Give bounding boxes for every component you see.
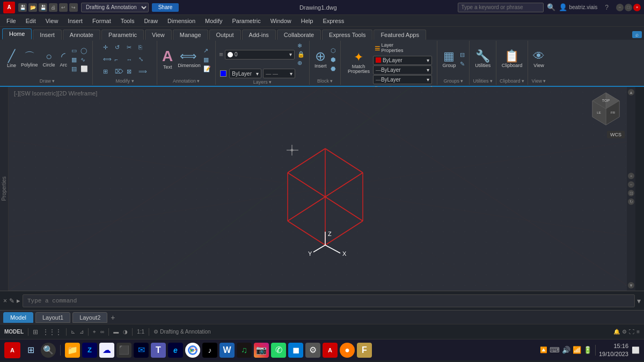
menu-parametric[interactable]: Parametric [228,17,265,25]
model-status[interactable]: MODEL [4,329,24,335]
expand-tray-btn[interactable]: 🔼 [540,346,547,353]
view-group-label[interactable]: View [531,77,546,84]
more-layers-btn[interactable]: ⊕ [296,59,306,67]
pan-extents-btn[interactable]: ⊡ [628,190,634,196]
layer-selector[interactable]: 0 ▾ [225,50,295,60]
taskbar-nextcloud[interactable]: ☁ [99,343,114,358]
cmd-arrow-icon[interactable]: ▸ [17,297,20,305]
tab-annotate[interactable]: Annotate [63,29,100,40]
tab-featured-apps[interactable]: Featured Apps [374,29,426,40]
layers-group-label[interactable]: Layers [219,78,306,85]
rectangle-btn[interactable]: ▭ [70,47,78,55]
write-block-btn[interactable]: ⬢ [330,56,337,64]
layer-panel-icon[interactable]: ≡ [219,50,223,58]
scale-btn[interactable]: ⤡ [137,55,148,63]
groups-group-label[interactable]: Groups [441,77,466,84]
tab-parametric[interactable]: Parametric [101,29,144,40]
menu-dimension[interactable]: Dimension [163,17,200,25]
search-icon[interactable]: 🔍 [547,3,555,11]
save-icon[interactable]: 💾 [39,3,47,12]
bylayer-1-selector[interactable]: ByLayer ▾ [373,56,432,65]
menu-insert[interactable]: Insert [63,17,87,25]
tab-home[interactable]: Home [2,28,32,40]
taskbar-instagram[interactable]: 📷 [254,343,269,358]
taskbar-chrome[interactable] [185,343,200,358]
taskbar-whatsapp[interactable]: ✆ [271,343,286,358]
tab-layout2[interactable]: Layout2 [72,312,107,323]
ellipse-btn[interactable]: ◯ [79,47,89,55]
tab-output[interactable]: Output [209,29,241,40]
help-icon[interactable]: ? [605,4,609,11]
taskbar-filezilla[interactable]: F [357,343,372,358]
transparency-toggle[interactable]: ◑ [123,329,128,335]
tab-manage[interactable]: Manage [173,29,208,40]
tool-text[interactable]: A Text [160,48,174,71]
plot-icon[interactable]: 🖨 [49,3,57,12]
define-attrib-btn[interactable]: ⬣ [330,65,337,73]
taskbar-word[interactable]: W [219,343,235,358]
taskbar-edge[interactable]: e [168,343,183,358]
polar-toggle[interactable]: ⊿ [79,329,84,335]
notification-icon[interactable]: 🔔 [613,329,620,335]
zoom-scale[interactable]: 1:1 [137,329,144,335]
tool-clipboard[interactable]: 📋 Clipboard [500,49,524,70]
rotate-btn[interactable]: ↺ [114,43,125,51]
cmd-settings-icon[interactable]: ✎ [9,297,14,305]
spline-btn[interactable]: ∿ [79,56,89,64]
group-edit-btn[interactable]: ✎ [459,60,466,68]
share-button[interactable]: Share [152,3,179,12]
otrack-toggle[interactable]: ∞ [100,329,104,335]
workspace-select[interactable]: Drafting & Annotation [81,3,149,12]
tool-polyline[interactable]: ⌒ Polyline [19,50,40,69]
volume-icon[interactable]: 🔊 [562,346,570,354]
menu-draw[interactable]: Draw [140,17,162,25]
taskbar-file-manager[interactable]: 📁 [65,343,80,358]
layer-color-btn[interactable] [219,70,228,77]
wcs-label[interactable]: WCS [607,131,625,138]
menu-file[interactable]: File [2,17,20,25]
add-layout-button[interactable]: + [111,313,115,322]
taskbar-clock[interactable]: 15:16 19/10/2023 [599,342,628,358]
mtext-btn[interactable]: 📝 [202,65,212,73]
taskbar-autocad2[interactable]: A [323,343,338,358]
leader-btn[interactable]: ↗ [202,47,212,55]
windows-start-button[interactable]: ⊞ [23,342,39,358]
tool-arc[interactable]: ◜ Arc [58,50,69,69]
taskbar-app6[interactable]: ⬛ [116,343,131,358]
custom-icon[interactable]: ≡ [636,329,640,335]
tool-utilities[interactable]: 🔧 Utilities [473,49,492,70]
trim-btn[interactable]: ✂ [126,43,136,51]
erase-btn[interactable]: ⌦ [114,68,125,76]
menu-edit[interactable]: Edit [21,17,40,25]
grid-toggle[interactable]: ⊞ [33,328,38,336]
tab-layout1[interactable]: Layout1 [35,312,70,323]
scroll-down-btn[interactable]: ▼ [628,282,634,289]
tool-match-properties[interactable]: ✦ Match Properties [346,50,371,76]
settings-icon[interactable]: ⚙ [622,329,627,335]
navigation-cube[interactable]: TOP FR LE [587,90,625,128]
tool-view[interactable]: 👁 View [531,49,546,70]
open-icon[interactable]: 📂 [28,3,37,12]
menu-express[interactable]: Express [318,17,348,25]
taskbar-mail[interactable]: ✉ [134,343,149,358]
battery-icon[interactable]: 🔋 [583,346,592,354]
menu-help[interactable]: Help [297,17,318,25]
tab-express-tools[interactable]: Express Tools [322,29,372,40]
taskbar-teams[interactable]: T [151,343,166,358]
tab-addins[interactable]: Add-ins [242,29,276,40]
tool-dimension[interactable]: ⟺ Dimension [176,49,201,70]
viewport[interactable]: [-][SW Isometric][2D Wireframe] [9,87,635,291]
tool-group[interactable]: ▦ Group [441,49,457,70]
region-btn[interactable]: ⬜ [79,65,89,73]
autocad-taskbar-icon[interactable]: A [4,342,20,358]
menu-modify[interactable]: Modify [201,17,226,25]
notifications-btn[interactable]: ⬜ [632,346,640,354]
tab-view[interactable]: View [145,29,172,40]
annotation-group-label[interactable]: Annotation [160,77,212,84]
create-block-btn[interactable]: ⬡ [330,47,337,55]
gradient-btn[interactable]: ▤ [70,65,78,73]
left-properties-panel[interactable]: Properties [0,87,9,291]
menu-tools[interactable]: Tools [116,17,139,25]
fillet-btn[interactable]: ⌐ [114,56,125,63]
lock-layer-btn[interactable]: 🔒 [296,50,306,58]
